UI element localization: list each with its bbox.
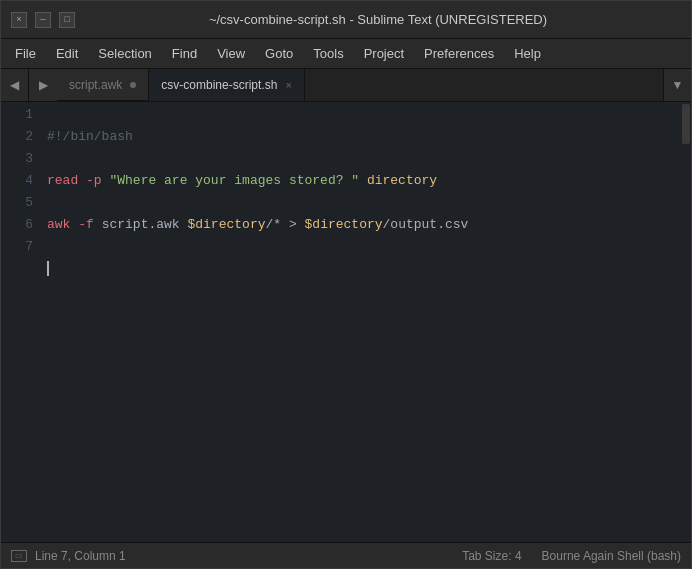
editor-area: 1 2 3 4 5 6 7 #!/bin/bash read -p "Where… (1, 102, 691, 542)
line-num-6: 6 (1, 214, 33, 236)
syntax-label: Bourne Again Shell (bash) (542, 549, 681, 563)
tab-script-awk-label: script.awk (69, 78, 122, 92)
line-num-5: 5 (1, 192, 33, 214)
menu-bar: File Edit Selection Find View Goto Tools… (1, 39, 691, 69)
tab-modified-dot (130, 82, 136, 88)
line-3-content: read -p "Where are your images stored? "… (47, 173, 437, 188)
minimize-button[interactable]: — (35, 12, 51, 28)
menu-tools[interactable]: Tools (303, 42, 353, 65)
line-1-content: #!/bin/bash (47, 129, 133, 144)
menu-file[interactable]: File (5, 42, 46, 65)
terminal-icon: ▭ (11, 550, 27, 562)
line-numbers: 1 2 3 4 5 6 7 (1, 102, 41, 542)
menu-edit[interactable]: Edit (46, 42, 88, 65)
menu-view[interactable]: View (207, 42, 255, 65)
code-editor[interactable]: #!/bin/bash read -p "Where are your imag… (41, 102, 681, 542)
line-num-2: 2 (1, 126, 33, 148)
line-num-1: 1 (1, 104, 33, 126)
line-num-3: 3 (1, 148, 33, 170)
tab-csv-combine-label: csv-combine-script.sh (161, 78, 277, 92)
cursor-position: Line 7, Column 1 (35, 549, 126, 563)
tab-overflow-button[interactable]: ▼ (663, 69, 691, 101)
tab-bar: ◀ ▶ script.awk csv-combine-script.sh × ▼ (1, 69, 691, 102)
line-7-cursor (47, 261, 57, 276)
menu-selection[interactable]: Selection (88, 42, 161, 65)
menu-preferences[interactable]: Preferences (414, 42, 504, 65)
menu-help[interactable]: Help (504, 42, 551, 65)
menu-find[interactable]: Find (162, 42, 207, 65)
window-frame: × — □ ~/csv-combine-script.sh - Sublime … (0, 0, 692, 569)
tab-close-button[interactable]: × (285, 79, 291, 91)
window-title: ~/csv-combine-script.sh - Sublime Text (… (75, 12, 681, 27)
tab-script-awk[interactable]: script.awk (57, 69, 149, 101)
tab-next-button[interactable]: ▶ (29, 69, 57, 101)
close-button[interactable]: × (11, 12, 27, 28)
menu-project[interactable]: Project (354, 42, 414, 65)
window-controls: × — □ (11, 12, 75, 28)
line-num-4: 4 (1, 170, 33, 192)
line-5-content: awk -f script.awk $directory/* > $direct… (47, 217, 468, 232)
tab-csv-combine[interactable]: csv-combine-script.sh × (149, 69, 304, 101)
tab-size: Tab Size: 4 (462, 549, 521, 563)
scrollbar-thumb[interactable] (682, 104, 690, 144)
tab-prev-button[interactable]: ◀ (1, 69, 29, 101)
scrollbar[interactable] (681, 102, 691, 542)
menu-goto[interactable]: Goto (255, 42, 303, 65)
line-num-7: 7 (1, 236, 33, 258)
status-bar: ▭ Line 7, Column 1 Tab Size: 4 Bourne Ag… (1, 542, 691, 568)
maximize-button[interactable]: □ (59, 12, 75, 28)
status-right: Tab Size: 4 Bourne Again Shell (bash) (462, 549, 681, 563)
title-bar: × — □ ~/csv-combine-script.sh - Sublime … (1, 1, 691, 39)
